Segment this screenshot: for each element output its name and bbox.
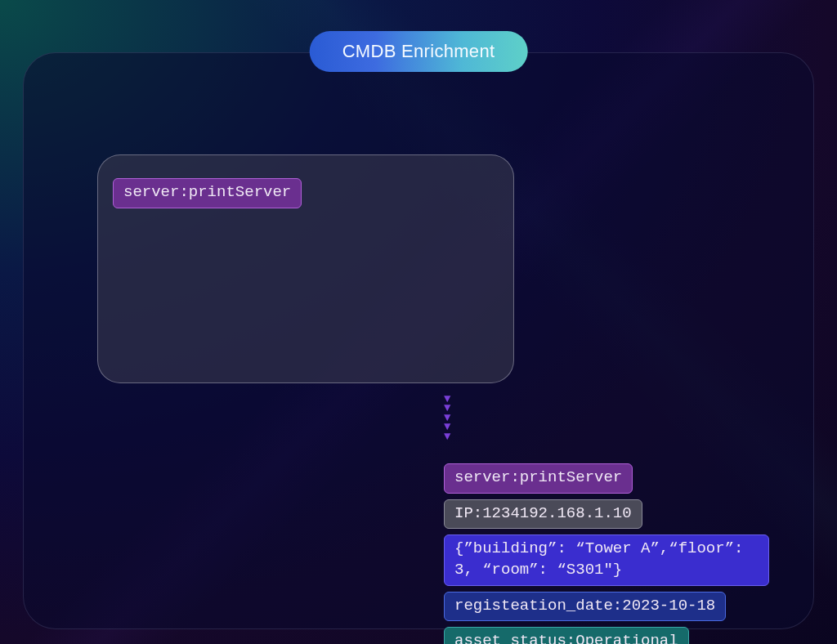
main-panel: server:printServer ▼ ▼ ▼ ▼ ▼ server:prin…: [23, 52, 814, 629]
output-location-tag: {”building”: “Tower A”,“floor”: 3, “room…: [444, 534, 769, 585]
output-status-tag: asset_status:Operational: [444, 627, 689, 644]
output-server-tag: server:printServer: [444, 463, 633, 494]
output-ip-tag: IP:1234192.168.1.10: [444, 499, 642, 530]
flow-arrow: ▼ ▼ ▼ ▼ ▼: [444, 395, 450, 441]
title-text: CMDB Enrichment: [342, 41, 495, 61]
title-pill: CMDB Enrichment: [310, 31, 528, 72]
input-box: server:printServer: [97, 154, 514, 383]
chevron-down-icon: ▼: [444, 432, 450, 441]
input-server-tag: server:printServer: [113, 178, 302, 208]
output-registration-tag: registeation_date:2023-10-18: [444, 592, 726, 622]
output-stack: server:printServer IP:1234192.168.1.10 {…: [444, 463, 771, 644]
